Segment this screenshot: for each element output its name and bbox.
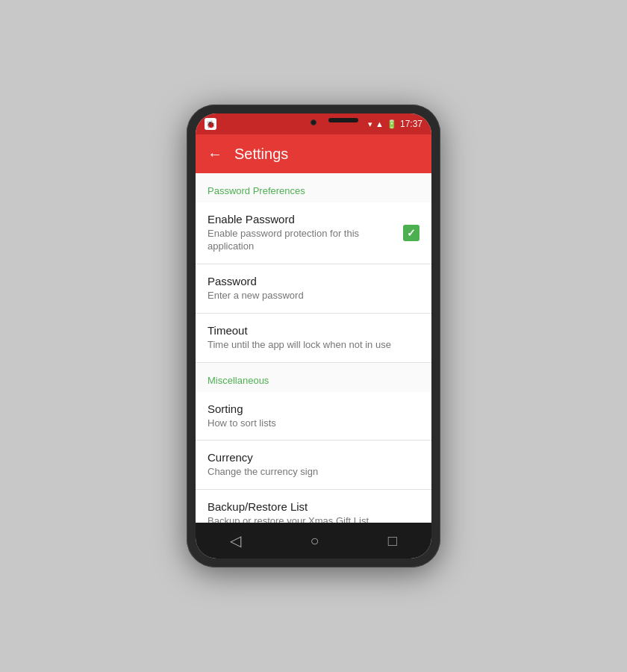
front-camera xyxy=(311,119,316,125)
wifi-icon: ▾ xyxy=(368,119,372,129)
status-left: 🐞 xyxy=(205,118,216,130)
phone-speaker xyxy=(328,118,358,122)
setting-title-currency: Currency xyxy=(208,451,419,464)
setting-text-currency: CurrencyChange the currency sign xyxy=(208,451,419,479)
bottom-navigation: ◁ ○ □ xyxy=(196,523,431,559)
section-header-miscellaneous: Miscellaneous xyxy=(196,363,431,392)
setting-item-timeout[interactable]: TimeoutTime until the app will lock when… xyxy=(196,314,431,363)
settings-content: Password PreferencesEnable PasswordEnabl… xyxy=(196,173,431,523)
setting-item-currency[interactable]: CurrencyChange the currency sign xyxy=(196,441,431,490)
checkmark-icon: ✓ xyxy=(407,227,416,239)
nav-home-button[interactable]: ○ xyxy=(295,526,334,556)
setting-text-sorting: SortingHow to sort lists xyxy=(208,402,419,430)
setting-subtitle-enable-password: Enable password protection for this appl… xyxy=(208,228,403,253)
bug-icon: 🐞 xyxy=(206,120,215,128)
app-bar: ← Settings xyxy=(196,134,431,173)
back-button[interactable]: ← xyxy=(208,146,222,163)
nav-recent-button[interactable]: □ xyxy=(373,526,412,556)
setting-item-backup-restore[interactable]: Backup/Restore ListBackup or restore you… xyxy=(196,490,431,523)
notification-icon: 🐞 xyxy=(205,118,216,130)
setting-title-timeout: Timeout xyxy=(208,324,419,337)
status-time: 17:37 xyxy=(400,119,422,129)
setting-item-enable-password[interactable]: Enable PasswordEnable password protectio… xyxy=(196,202,431,264)
setting-title-enable-password: Enable Password xyxy=(208,213,403,225)
checkbox-enable-password[interactable]: ✓ xyxy=(403,225,419,241)
setting-title-sorting: Sorting xyxy=(208,402,419,415)
nav-back-button[interactable]: ◁ xyxy=(215,526,256,556)
setting-text-backup-restore: Backup/Restore ListBackup or restore you… xyxy=(208,500,419,523)
section-header-password-preferences: Password Preferences xyxy=(196,173,431,202)
setting-subtitle-sorting: How to sort lists xyxy=(208,417,419,430)
status-right: ▾ ▲ 🔋 17:37 xyxy=(368,119,422,129)
setting-subtitle-currency: Change the currency sign xyxy=(208,466,419,479)
battery-icon: 🔋 xyxy=(387,119,397,129)
signal-icon: ▲ xyxy=(375,119,384,128)
phone-frame: 🐞 ▾ ▲ 🔋 17:37 ← Settings Password Prefer… xyxy=(187,105,440,567)
setting-text-password: PasswordEnter a new password xyxy=(208,275,419,302)
phone-screen: 🐞 ▾ ▲ 🔋 17:37 ← Settings Password Prefer… xyxy=(196,113,431,559)
setting-item-sorting[interactable]: SortingHow to sort lists xyxy=(196,392,431,441)
setting-item-password[interactable]: PasswordEnter a new password xyxy=(196,264,431,314)
setting-text-timeout: TimeoutTime until the app will lock when… xyxy=(208,324,419,352)
setting-title-password: Password xyxy=(208,275,419,287)
screen-title: Settings xyxy=(234,146,288,163)
setting-subtitle-backup-restore: Backup or restore your Xmas Gift List xyxy=(208,515,419,523)
setting-title-backup-restore: Backup/Restore List xyxy=(208,500,419,513)
setting-text-enable-password: Enable PasswordEnable password protectio… xyxy=(208,213,403,253)
setting-subtitle-timeout: Time until the app will lock when not in… xyxy=(208,339,419,352)
setting-subtitle-password: Enter a new password xyxy=(208,290,419,302)
